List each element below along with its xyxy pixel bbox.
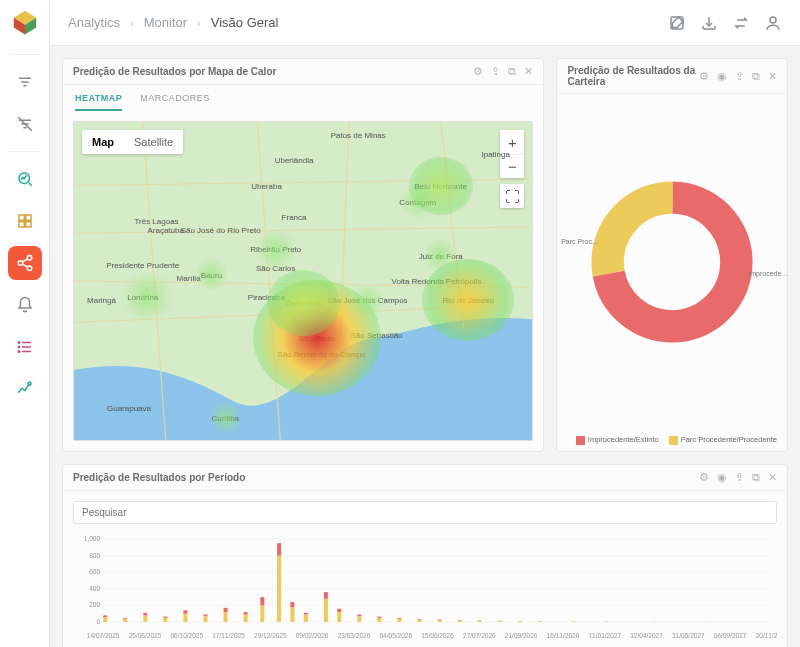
map-type-map[interactable]: Map <box>82 130 124 154</box>
svg-rect-14 <box>19 222 24 227</box>
svg-rect-98 <box>518 621 522 622</box>
svg-rect-80 <box>337 612 341 622</box>
svg-text:0: 0 <box>97 618 101 625</box>
list-icon[interactable] <box>8 330 42 364</box>
svg-rect-79 <box>324 592 328 599</box>
chevron-right-icon: › <box>130 17 134 29</box>
svg-text:23/03/2026: 23/03/2026 <box>338 632 371 639</box>
svg-rect-63 <box>183 610 187 613</box>
svg-text:600: 600 <box>89 568 100 575</box>
svg-rect-78 <box>324 599 328 622</box>
topbar: Analytics › Monitor › Visão Geral <box>50 0 800 46</box>
upload-icon[interactable]: ⇪ <box>735 471 744 484</box>
gear-icon[interactable]: ⚙ <box>699 70 709 83</box>
svg-rect-92 <box>458 620 462 622</box>
svg-rect-82 <box>357 616 361 622</box>
svg-point-18 <box>27 266 32 271</box>
analytics-icon[interactable] <box>8 162 42 196</box>
tab-heatmap[interactable]: HEATMAP <box>75 93 122 111</box>
gear-icon[interactable]: ⚙ <box>699 471 709 484</box>
download-icon[interactable] <box>700 14 718 32</box>
svg-text:200: 200 <box>89 601 100 608</box>
filter-off-icon[interactable] <box>8 107 42 141</box>
breadcrumb-item[interactable]: Monitor <box>144 15 187 30</box>
svg-text:06/09/2027: 06/09/2027 <box>714 632 747 639</box>
close-icon[interactable]: ✕ <box>524 65 533 78</box>
slice-label: Parc Proc... <box>561 238 598 245</box>
svg-rect-85 <box>377 617 381 618</box>
gear-icon[interactable]: ⚙ <box>473 65 483 78</box>
svg-text:16/11/2026: 16/11/2026 <box>547 632 580 639</box>
svg-rect-67 <box>224 608 228 612</box>
svg-rect-59 <box>143 613 147 615</box>
svg-rect-83 <box>357 615 361 617</box>
svg-rect-73 <box>277 543 281 555</box>
svg-rect-96 <box>498 621 502 622</box>
svg-point-26 <box>18 351 20 353</box>
panel-period: Predição de Resultados por Período ⚙ ◉ ⇪… <box>62 464 788 647</box>
svg-rect-64 <box>203 616 207 622</box>
svg-rect-57 <box>123 618 127 619</box>
zoom-out-button[interactable]: − <box>500 154 524 178</box>
camera-icon[interactable]: ◉ <box>717 471 727 484</box>
copy-icon[interactable]: ⧉ <box>508 65 516 78</box>
svg-rect-84 <box>377 618 381 622</box>
panel-title: Predição de Resultados da Carteira <box>567 65 699 87</box>
svg-rect-65 <box>203 615 207 617</box>
filter-icon[interactable] <box>8 65 42 99</box>
svg-rect-12 <box>19 215 24 220</box>
zoom-in-button[interactable]: + <box>500 130 524 154</box>
svg-rect-86 <box>397 619 401 622</box>
map-type-switch[interactable]: Map Satellite <box>82 130 183 154</box>
svg-line-19 <box>22 259 27 262</box>
svg-line-20 <box>22 264 27 267</box>
edit-icon[interactable] <box>668 14 686 32</box>
map-type-satellite[interactable]: Satellite <box>124 130 183 154</box>
svg-rect-13 <box>25 215 30 220</box>
svg-rect-74 <box>290 607 294 622</box>
share-icon[interactable] <box>8 246 42 280</box>
svg-rect-69 <box>244 612 248 614</box>
panel-donut: Predição de Resultados da Carteira ⚙ ◉ ⇪… <box>556 58 788 452</box>
svg-text:17/11/2025: 17/11/2025 <box>212 632 245 639</box>
sidebar <box>0 0 50 647</box>
svg-text:25/08/2025: 25/08/2025 <box>129 632 162 639</box>
map[interactable]: Map Satellite + − ⛶ Patos de MinasUberlâ… <box>73 121 533 441</box>
close-icon[interactable]: ✕ <box>768 70 777 83</box>
copy-icon[interactable]: ⧉ <box>752 471 760 484</box>
fullscreen-button[interactable]: ⛶ <box>500 184 524 208</box>
svg-rect-81 <box>337 609 341 612</box>
camera-icon[interactable]: ◉ <box>717 70 727 83</box>
svg-text:15/06/2026: 15/06/2026 <box>421 632 454 639</box>
svg-rect-76 <box>304 615 308 622</box>
svg-text:1,000: 1,000 <box>84 535 101 542</box>
svg-rect-94 <box>478 621 482 622</box>
donut-legend: Improcedente/Extinto Parc Procedente/Pro… <box>557 429 787 451</box>
bell-icon[interactable] <box>8 288 42 322</box>
svg-rect-71 <box>260 597 264 605</box>
upload-icon[interactable]: ⇪ <box>491 65 500 78</box>
svg-text:800: 800 <box>89 552 100 559</box>
svg-rect-61 <box>163 617 167 618</box>
upload-icon[interactable]: ⇪ <box>735 70 744 83</box>
close-icon[interactable]: ✕ <box>768 471 777 484</box>
user-icon[interactable] <box>764 14 782 32</box>
panel-title: Predição de Resultados por Período <box>73 472 245 483</box>
trend-icon[interactable] <box>8 372 42 406</box>
copy-icon[interactable]: ⧉ <box>752 70 760 83</box>
svg-text:21/09/2026: 21/09/2026 <box>505 632 538 639</box>
slice-label: Improcede... <box>748 270 787 277</box>
breadcrumb-item[interactable]: Analytics <box>68 15 120 30</box>
swap-icon[interactable] <box>732 14 750 32</box>
search-input[interactable] <box>73 501 777 524</box>
svg-rect-66 <box>224 612 228 622</box>
svg-text:09/02/2026: 09/02/2026 <box>296 632 329 639</box>
tab-markers[interactable]: MARCADORES <box>140 93 210 111</box>
svg-text:14/07/2025: 14/07/2025 <box>87 632 120 639</box>
svg-text:29/12/2025: 29/12/2025 <box>254 632 287 639</box>
svg-rect-54 <box>103 617 107 622</box>
svg-rect-15 <box>25 222 30 227</box>
donut-chart: Parc Proc... Improcede... <box>587 177 757 347</box>
grid-icon[interactable] <box>8 204 42 238</box>
svg-text:04/05/2026: 04/05/2026 <box>379 632 412 639</box>
